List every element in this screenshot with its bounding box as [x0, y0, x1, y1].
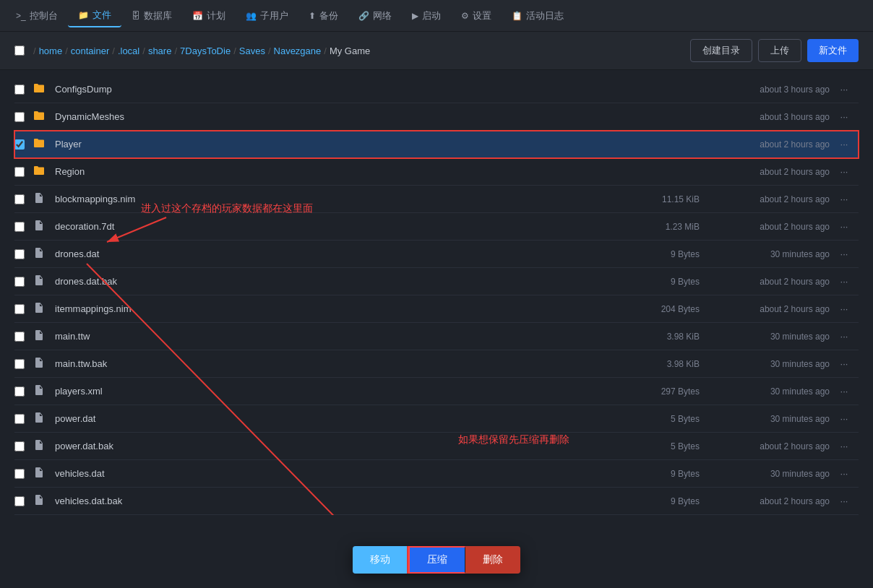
- file-checkbox[interactable]: [14, 304, 25, 314]
- file-actions-menu[interactable]: ···: [830, 358, 859, 369]
- file-checkbox[interactable]: [14, 359, 25, 369]
- file-name[interactable]: itemmappings.nim: [55, 303, 613, 314]
- file-date: about 2 hours ago: [700, 167, 830, 177]
- new-file-button[interactable]: 新文件: [807, 39, 859, 62]
- file-actions-menu[interactable]: ···: [830, 468, 859, 479]
- file-name[interactable]: vehicles.dat.bak: [55, 496, 613, 506]
- file-size: 11.15 KiB: [613, 194, 700, 204]
- file-actions-menu[interactable]: ···: [830, 194, 859, 204]
- file-date: 30 minutes ago: [700, 469, 830, 479]
- upload-button[interactable]: 上传: [758, 39, 801, 62]
- breadcrumb-navezgane[interactable]: Navezgane: [274, 46, 322, 56]
- file-checkbox[interactable]: [14, 167, 25, 177]
- settings-icon: ⚙: [461, 11, 469, 21]
- file-name[interactable]: drones.dat.bak: [55, 276, 613, 287]
- breadcrumb-saves[interactable]: Saves: [239, 46, 265, 56]
- file-actions-menu[interactable]: ···: [830, 166, 859, 177]
- subuser-icon: 👥: [246, 11, 257, 21]
- breadcrumb-share[interactable]: share: [148, 46, 172, 56]
- file-checkbox[interactable]: [14, 139, 25, 150]
- file-actions-menu[interactable]: ···: [830, 111, 859, 122]
- table-row: vehicles.dat 9 Bytes 30 minutes ago ···: [14, 460, 859, 488]
- file-icon: [33, 439, 48, 453]
- file-name[interactable]: main.ttw.bak: [55, 358, 613, 369]
- create-dir-button[interactable]: 创建目录: [690, 39, 752, 62]
- file-date: about 2 hours ago: [700, 441, 830, 451]
- file-actions-menu[interactable]: ···: [830, 303, 859, 314]
- file-icon: [33, 412, 48, 425]
- file-actions-menu[interactable]: ···: [830, 139, 859, 150]
- nav-subuser[interactable]: 👥 子用户: [236, 5, 298, 27]
- file-actions-menu[interactable]: ···: [830, 441, 859, 451]
- file-actions-menu[interactable]: ···: [830, 248, 859, 259]
- file-actions-menu[interactable]: ···: [830, 84, 859, 95]
- breadcrumb-7daystodie[interactable]: 7DaysToDie: [180, 46, 231, 56]
- breadcrumb-current: My Game: [330, 46, 370, 56]
- file-actions-menu[interactable]: ···: [830, 221, 859, 232]
- backup-icon: ⬆: [309, 11, 316, 21]
- file-actions-menu[interactable]: ···: [830, 331, 859, 342]
- file-date: 30 minutes ago: [700, 386, 830, 397]
- nav-backup[interactable]: ⬆ 备份: [298, 5, 348, 27]
- move-button[interactable]: 移动: [353, 546, 408, 574]
- table-row: Player about 2 hours ago ···: [14, 131, 859, 158]
- file-actions-menu[interactable]: ···: [830, 276, 859, 287]
- file-name[interactable]: main.ttw: [55, 331, 613, 342]
- file-checkbox[interactable]: [14, 222, 25, 232]
- file-checkbox[interactable]: [14, 332, 25, 342]
- select-all-checkbox[interactable]: [14, 46, 25, 56]
- file-actions-menu[interactable]: ···: [830, 413, 859, 424]
- file-name[interactable]: vehicles.dat: [55, 468, 613, 479]
- nav-console[interactable]: >_ 控制台: [6, 5, 68, 27]
- nav-network[interactable]: 🔗 网络: [348, 5, 402, 27]
- nav-actlog[interactable]: 📋 活动日志: [502, 5, 574, 27]
- startup-icon: ▶: [412, 11, 418, 21]
- nav-plan[interactable]: 📅 计划: [182, 5, 236, 27]
- file-checkbox[interactable]: [14, 112, 25, 122]
- file-size: 9 Bytes: [613, 277, 700, 287]
- file-name[interactable]: Region: [55, 166, 613, 177]
- file-checkbox[interactable]: [14, 194, 25, 204]
- table-row: vehicles.dat.bak 9 Bytes about 2 hours a…: [14, 488, 859, 515]
- file-date: about 2 hours ago: [700, 277, 830, 287]
- file-checkbox[interactable]: [14, 441, 25, 451]
- breadcrumb-local[interactable]: .local: [118, 46, 139, 56]
- file-checkbox[interactable]: [14, 249, 25, 259]
- file-name[interactable]: power.dat: [55, 413, 613, 424]
- breadcrumb-home[interactable]: home: [39, 46, 63, 56]
- table-row: decoration.7dt 1.23 MiB about 2 hours ag…: [14, 213, 859, 241]
- file-name[interactable]: DynamicMeshes: [55, 111, 613, 122]
- file-checkbox[interactable]: [14, 469, 25, 479]
- file-name[interactable]: drones.dat: [55, 248, 613, 259]
- file-checkbox[interactable]: [14, 277, 25, 287]
- table-row: drones.dat.bak 9 Bytes about 2 hours ago…: [14, 268, 859, 295]
- folder-icon: [33, 82, 48, 96]
- table-row: DynamicMeshes about 3 hours ago ···: [14, 103, 859, 131]
- nav-database[interactable]: 🗄 数据库: [121, 5, 182, 27]
- nav-startup[interactable]: ▶ 启动: [402, 5, 451, 27]
- breadcrumb: / home / container / .local / share / 7D…: [33, 46, 370, 56]
- file-name[interactable]: Player: [55, 139, 613, 150]
- file-size: 5 Bytes: [613, 414, 700, 424]
- file-actions-menu[interactable]: ···: [830, 386, 859, 397]
- file-actions-menu[interactable]: ···: [830, 496, 859, 506]
- file-icon: [33, 220, 48, 233]
- file-name[interactable]: power.dat.bak: [55, 441, 613, 451]
- delete-button[interactable]: 删除: [465, 546, 520, 574]
- nav-files[interactable]: 📁 文件: [68, 4, 121, 27]
- file-checkbox[interactable]: [14, 386, 25, 397]
- table-row: main.ttw 3.98 KiB 30 minutes ago ···: [14, 323, 859, 350]
- table-row: ConfigsDump about 3 hours ago ···: [14, 76, 859, 103]
- file-name[interactable]: players.xml: [55, 386, 613, 397]
- file-checkbox[interactable]: [14, 85, 25, 95]
- file-checkbox[interactable]: [14, 496, 25, 506]
- bottom-action-bar: 移动 压缩 删除: [353, 546, 520, 574]
- file-name[interactable]: ConfigsDump: [55, 84, 613, 95]
- file-checkbox[interactable]: [14, 414, 25, 424]
- file-name[interactable]: blockmappings.nim: [55, 194, 613, 204]
- compress-button[interactable]: 压缩: [408, 546, 465, 574]
- file-name[interactable]: decoration.7dt: [55, 221, 613, 232]
- breadcrumb-container[interactable]: container: [71, 46, 109, 56]
- nav-settings[interactable]: ⚙ 设置: [451, 5, 502, 27]
- folder-icon: [33, 165, 48, 178]
